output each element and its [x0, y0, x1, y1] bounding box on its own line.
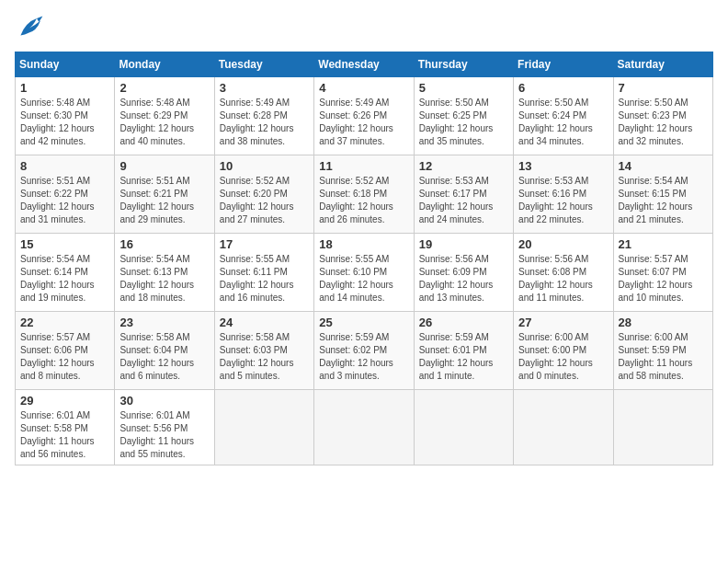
calendar-cell: [514, 390, 613, 465]
weekday-header-saturday: Saturday: [613, 52, 712, 77]
week-row-1: 1 Sunrise: 5:48 AMSunset: 6:30 PMDayligh…: [16, 77, 713, 155]
day-number: 24: [220, 316, 309, 329]
day-detail: Sunrise: 5:59 AMSunset: 6:01 PMDaylight:…: [419, 331, 508, 383]
calendar-cell: 12 Sunrise: 5:53 AMSunset: 6:17 PMDaylig…: [414, 155, 513, 234]
day-detail: Sunrise: 5:49 AMSunset: 6:26 PMDaylight:…: [319, 97, 408, 148]
weekday-header-friday: Friday: [514, 52, 613, 77]
calendar-cell: 10 Sunrise: 5:52 AMSunset: 6:20 PMDaylig…: [214, 155, 313, 234]
day-number: 19: [419, 237, 508, 251]
day-detail: Sunrise: 5:58 AMSunset: 6:04 PMDaylight:…: [119, 331, 209, 383]
day-number: 6: [518, 81, 608, 95]
calendar-cell: 20 Sunrise: 5:56 AMSunset: 6:08 PMDaylig…: [514, 234, 613, 312]
day-number: 4: [319, 81, 408, 95]
day-number: 22: [20, 316, 109, 329]
day-detail: Sunrise: 5:56 AMSunset: 6:09 PMDaylight:…: [419, 253, 508, 304]
day-detail: Sunrise: 5:50 AMSunset: 6:24 PMDaylight:…: [518, 97, 608, 148]
calendar-cell: 24 Sunrise: 5:58 AMSunset: 6:03 PMDaylig…: [214, 312, 313, 390]
day-number: 25: [319, 316, 408, 329]
week-row-2: 8 Sunrise: 5:51 AMSunset: 6:22 PMDayligh…: [16, 155, 713, 234]
day-detail: Sunrise: 5:52 AMSunset: 6:20 PMDaylight:…: [220, 175, 309, 226]
day-number: 7: [619, 81, 708, 95]
day-number: 27: [518, 316, 608, 329]
calendar-cell: 8 Sunrise: 5:51 AMSunset: 6:22 PMDayligh…: [16, 155, 115, 234]
day-number: 14: [619, 159, 708, 173]
calendar-cell: 18 Sunrise: 5:55 AMSunset: 6:10 PMDaylig…: [314, 234, 414, 312]
day-number: 30: [119, 394, 209, 408]
calendar-cell: 6 Sunrise: 5:50 AMSunset: 6:24 PMDayligh…: [514, 77, 613, 155]
day-number: 9: [119, 159, 209, 173]
weekday-header-tuesday: Tuesday: [214, 52, 313, 77]
logo-icon: [15, 15, 44, 40]
calendar-cell: 21 Sunrise: 5:57 AMSunset: 6:07 PMDaylig…: [613, 234, 712, 312]
calendar-cell: 3 Sunrise: 5:49 AMSunset: 6:28 PMDayligh…: [214, 77, 313, 155]
calendar-cell: 17 Sunrise: 5:55 AMSunset: 6:11 PMDaylig…: [214, 234, 313, 312]
day-detail: Sunrise: 5:54 AMSunset: 6:14 PMDaylight:…: [20, 253, 109, 304]
weekday-header-sunday: Sunday: [16, 52, 115, 77]
day-detail: Sunrise: 5:48 AMSunset: 6:30 PMDaylight:…: [20, 97, 109, 148]
calendar-cell: 28 Sunrise: 6:00 AMSunset: 5:59 PMDaylig…: [613, 312, 712, 390]
weekday-header-monday: Monday: [115, 52, 214, 77]
day-detail: Sunrise: 5:52 AMSunset: 6:18 PMDaylight:…: [319, 175, 408, 226]
day-number: 2: [119, 81, 209, 95]
calendar-cell: 11 Sunrise: 5:52 AMSunset: 6:18 PMDaylig…: [314, 155, 414, 234]
day-detail: Sunrise: 5:48 AMSunset: 6:29 PMDaylight:…: [119, 97, 209, 148]
day-number: 13: [518, 159, 608, 173]
day-detail: Sunrise: 5:54 AMSunset: 6:15 PMDaylight:…: [619, 175, 708, 226]
day-number: 28: [619, 316, 708, 329]
day-number: 3: [220, 81, 309, 95]
weekday-header-row: SundayMondayTuesdayWednesdayThursdayFrid…: [16, 52, 713, 77]
calendar-cell: [314, 390, 414, 465]
day-number: 8: [20, 159, 109, 173]
day-number: 10: [220, 159, 309, 173]
calendar-cell: 27 Sunrise: 6:00 AMSunset: 6:00 PMDaylig…: [514, 312, 613, 390]
day-detail: Sunrise: 5:57 AMSunset: 6:07 PMDaylight:…: [619, 253, 708, 304]
calendar-cell: [414, 390, 513, 465]
calendar-cell: 13 Sunrise: 5:53 AMSunset: 6:16 PMDaylig…: [514, 155, 613, 234]
calendar-table: SundayMondayTuesdayWednesdayThursdayFrid…: [15, 52, 713, 465]
day-detail: Sunrise: 6:00 AMSunset: 6:00 PMDaylight:…: [518, 331, 608, 383]
day-number: 5: [419, 81, 508, 95]
calendar-cell: 30 Sunrise: 6:01 AMSunset: 5:56 PMDaylig…: [115, 390, 214, 465]
day-number: 11: [319, 159, 408, 173]
day-detail: Sunrise: 5:56 AMSunset: 6:08 PMDaylight:…: [518, 253, 608, 304]
week-row-5: 29 Sunrise: 6:01 AMSunset: 5:58 PMDaylig…: [16, 390, 713, 465]
day-detail: Sunrise: 6:01 AMSunset: 5:58 PMDaylight:…: [20, 409, 109, 461]
day-detail: Sunrise: 5:55 AMSunset: 6:10 PMDaylight:…: [319, 253, 408, 304]
day-detail: Sunrise: 5:58 AMSunset: 6:03 PMDaylight:…: [220, 331, 309, 383]
day-number: 12: [419, 159, 508, 173]
day-detail: Sunrise: 5:49 AMSunset: 6:28 PMDaylight:…: [220, 97, 309, 148]
day-detail: Sunrise: 5:55 AMSunset: 6:11 PMDaylight:…: [220, 253, 309, 304]
weekday-header-thursday: Thursday: [414, 52, 513, 77]
day-number: 16: [119, 237, 209, 251]
calendar-cell: 7 Sunrise: 5:50 AMSunset: 6:23 PMDayligh…: [613, 77, 712, 155]
calendar-cell: 16 Sunrise: 5:54 AMSunset: 6:13 PMDaylig…: [115, 234, 214, 312]
day-number: 20: [518, 237, 608, 251]
day-number: 15: [20, 237, 109, 251]
day-detail: Sunrise: 5:53 AMSunset: 6:17 PMDaylight:…: [419, 175, 508, 226]
calendar-cell: 19 Sunrise: 5:56 AMSunset: 6:09 PMDaylig…: [414, 234, 513, 312]
week-row-3: 15 Sunrise: 5:54 AMSunset: 6:14 PMDaylig…: [16, 234, 713, 312]
calendar-cell: 29 Sunrise: 6:01 AMSunset: 5:58 PMDaylig…: [16, 390, 115, 465]
day-detail: Sunrise: 5:51 AMSunset: 6:22 PMDaylight:…: [20, 175, 109, 226]
day-detail: Sunrise: 5:54 AMSunset: 6:13 PMDaylight:…: [119, 253, 209, 304]
day-detail: Sunrise: 5:51 AMSunset: 6:21 PMDaylight:…: [119, 175, 209, 226]
day-detail: Sunrise: 5:59 AMSunset: 6:02 PMDaylight:…: [319, 331, 408, 383]
day-detail: Sunrise: 6:01 AMSunset: 5:56 PMDaylight:…: [119, 409, 209, 461]
day-detail: Sunrise: 5:50 AMSunset: 6:25 PMDaylight:…: [419, 97, 508, 148]
calendar-cell: 22 Sunrise: 5:57 AMSunset: 6:06 PMDaylig…: [16, 312, 115, 390]
day-detail: Sunrise: 5:53 AMSunset: 6:16 PMDaylight:…: [518, 175, 608, 226]
logo: [15, 15, 48, 40]
calendar-cell: 25 Sunrise: 5:59 AMSunset: 6:02 PMDaylig…: [314, 312, 414, 390]
day-number: 18: [319, 237, 408, 251]
page-header: [15, 15, 713, 40]
day-detail: Sunrise: 5:50 AMSunset: 6:23 PMDaylight:…: [619, 97, 708, 148]
calendar-cell: [214, 390, 313, 465]
day-number: 29: [20, 394, 109, 408]
day-number: 21: [619, 237, 708, 251]
day-detail: Sunrise: 6:00 AMSunset: 5:59 PMDaylight:…: [619, 331, 708, 383]
weekday-header-wednesday: Wednesday: [314, 52, 414, 77]
calendar-cell: 26 Sunrise: 5:59 AMSunset: 6:01 PMDaylig…: [414, 312, 513, 390]
calendar-cell: 9 Sunrise: 5:51 AMSunset: 6:21 PMDayligh…: [115, 155, 214, 234]
day-number: 26: [419, 316, 508, 329]
calendar-cell: 2 Sunrise: 5:48 AMSunset: 6:29 PMDayligh…: [115, 77, 214, 155]
